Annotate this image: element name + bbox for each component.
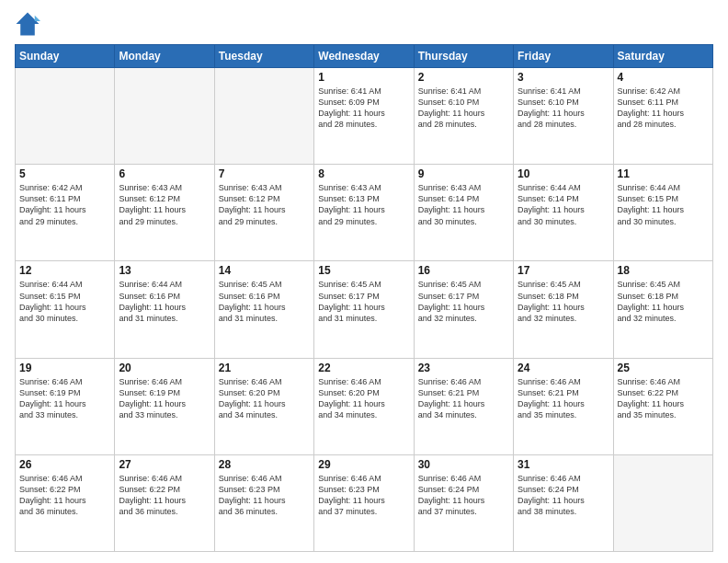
page: SundayMondayTuesdayWednesdayThursdayFrid… <box>0 0 728 563</box>
day-info: Sunrise: 6:42 AM Sunset: 6:11 PM Dayligh… <box>618 86 709 131</box>
svg-marker-1 <box>35 16 40 21</box>
day-number: 25 <box>618 362 709 374</box>
day-info: Sunrise: 6:46 AM Sunset: 6:19 PM Dayligh… <box>19 376 110 421</box>
calendar-day-cell: 9Sunrise: 6:43 AM Sunset: 6:14 PM Daylig… <box>414 165 513 261</box>
day-info: Sunrise: 6:45 AM Sunset: 6:17 PM Dayligh… <box>318 279 409 324</box>
calendar-day-cell: 21Sunrise: 6:46 AM Sunset: 6:20 PM Dayli… <box>214 358 313 454</box>
calendar-day-cell: 6Sunrise: 6:43 AM Sunset: 6:12 PM Daylig… <box>115 165 214 261</box>
day-number: 8 <box>318 167 409 180</box>
day-info: Sunrise: 6:46 AM Sunset: 6:20 PM Dayligh… <box>219 376 310 421</box>
day-number: 22 <box>318 362 409 374</box>
calendar-day-cell <box>613 454 712 551</box>
day-number: 6 <box>119 167 210 180</box>
day-info: Sunrise: 6:44 AM Sunset: 6:15 PM Dayligh… <box>618 182 709 227</box>
day-info: Sunrise: 6:43 AM Sunset: 6:12 PM Dayligh… <box>119 182 210 227</box>
calendar-day-cell: 7Sunrise: 6:43 AM Sunset: 6:12 PM Daylig… <box>214 165 313 261</box>
day-number: 9 <box>418 167 509 180</box>
calendar-day-cell: 10Sunrise: 6:44 AM Sunset: 6:14 PM Dayli… <box>514 165 613 261</box>
day-info: Sunrise: 6:45 AM Sunset: 6:17 PM Dayligh… <box>418 279 509 324</box>
day-number: 21 <box>219 362 310 374</box>
day-number: 17 <box>518 264 609 277</box>
calendar-day-cell: 14Sunrise: 6:45 AM Sunset: 6:16 PM Dayli… <box>214 261 313 358</box>
day-info: Sunrise: 6:42 AM Sunset: 6:11 PM Dayligh… <box>19 182 110 227</box>
calendar-day-cell: 20Sunrise: 6:46 AM Sunset: 6:19 PM Dayli… <box>115 358 214 454</box>
day-info: Sunrise: 6:45 AM Sunset: 6:18 PM Dayligh… <box>518 279 609 324</box>
day-info: Sunrise: 6:46 AM Sunset: 6:19 PM Dayligh… <box>119 376 210 421</box>
day-number: 31 <box>518 458 609 471</box>
calendar-body: 1Sunrise: 6:41 AM Sunset: 6:09 PM Daylig… <box>16 68 713 552</box>
calendar-day-cell: 3Sunrise: 6:41 AM Sunset: 6:10 PM Daylig… <box>514 68 613 165</box>
calendar-day-cell: 2Sunrise: 6:41 AM Sunset: 6:10 PM Daylig… <box>414 68 513 165</box>
day-info: Sunrise: 6:46 AM Sunset: 6:24 PM Dayligh… <box>518 473 609 518</box>
day-info: Sunrise: 6:45 AM Sunset: 6:18 PM Dayligh… <box>618 279 709 324</box>
day-number: 28 <box>219 458 310 471</box>
calendar-week-row: 26Sunrise: 6:46 AM Sunset: 6:22 PM Dayli… <box>16 454 713 551</box>
day-number: 29 <box>318 458 409 471</box>
day-number: 16 <box>418 264 509 277</box>
calendar-day-cell: 4Sunrise: 6:42 AM Sunset: 6:11 PM Daylig… <box>613 68 712 165</box>
day-info: Sunrise: 6:46 AM Sunset: 6:22 PM Dayligh… <box>119 473 210 518</box>
calendar-day-cell <box>115 68 214 165</box>
day-number: 4 <box>618 71 709 84</box>
calendar-day-cell: 23Sunrise: 6:46 AM Sunset: 6:21 PM Dayli… <box>414 358 513 454</box>
day-info: Sunrise: 6:46 AM Sunset: 6:23 PM Dayligh… <box>318 473 409 518</box>
day-number: 13 <box>119 264 210 277</box>
calendar-day-cell: 31Sunrise: 6:46 AM Sunset: 6:24 PM Dayli… <box>514 454 613 551</box>
calendar-day-cell: 8Sunrise: 6:43 AM Sunset: 6:13 PM Daylig… <box>314 165 414 261</box>
day-info: Sunrise: 6:46 AM Sunset: 6:23 PM Dayligh… <box>219 473 310 518</box>
day-number: 5 <box>19 167 110 180</box>
weekday-header-cell: Friday <box>514 45 613 68</box>
calendar-day-cell: 12Sunrise: 6:44 AM Sunset: 6:15 PM Dayli… <box>16 261 115 358</box>
weekday-header-cell: Monday <box>115 45 214 68</box>
calendar-day-cell: 28Sunrise: 6:46 AM Sunset: 6:23 PM Dayli… <box>214 454 313 551</box>
day-info: Sunrise: 6:44 AM Sunset: 6:15 PM Dayligh… <box>19 279 110 324</box>
calendar-week-row: 1Sunrise: 6:41 AM Sunset: 6:09 PM Daylig… <box>16 68 713 165</box>
calendar-day-cell: 18Sunrise: 6:45 AM Sunset: 6:18 PM Dayli… <box>613 261 712 358</box>
day-number: 2 <box>418 71 509 84</box>
calendar-day-cell: 15Sunrise: 6:45 AM Sunset: 6:17 PM Dayli… <box>314 261 414 358</box>
weekday-header-cell: Saturday <box>613 45 712 68</box>
day-info: Sunrise: 6:44 AM Sunset: 6:14 PM Dayligh… <box>518 182 609 227</box>
calendar-day-cell: 22Sunrise: 6:46 AM Sunset: 6:20 PM Dayli… <box>314 358 414 454</box>
weekday-header-cell: Thursday <box>414 45 513 68</box>
calendar-day-cell <box>16 68 115 165</box>
weekday-header-cell: Tuesday <box>214 45 313 68</box>
day-info: Sunrise: 6:41 AM Sunset: 6:10 PM Dayligh… <box>518 86 609 131</box>
day-number: 30 <box>418 458 509 471</box>
calendar-day-cell: 25Sunrise: 6:46 AM Sunset: 6:22 PM Dayli… <box>613 358 712 454</box>
day-info: Sunrise: 6:44 AM Sunset: 6:16 PM Dayligh… <box>119 279 210 324</box>
calendar-day-cell: 11Sunrise: 6:44 AM Sunset: 6:15 PM Dayli… <box>613 165 712 261</box>
logo <box>15 11 44 37</box>
day-info: Sunrise: 6:43 AM Sunset: 6:12 PM Dayligh… <box>219 182 310 227</box>
day-number: 23 <box>418 362 509 374</box>
logo-icon <box>15 11 40 37</box>
day-info: Sunrise: 6:46 AM Sunset: 6:21 PM Dayligh… <box>518 376 609 421</box>
calendar-day-cell: 5Sunrise: 6:42 AM Sunset: 6:11 PM Daylig… <box>16 165 115 261</box>
day-info: Sunrise: 6:46 AM Sunset: 6:20 PM Dayligh… <box>318 376 409 421</box>
calendar-week-row: 12Sunrise: 6:44 AM Sunset: 6:15 PM Dayli… <box>16 261 713 358</box>
day-info: Sunrise: 6:43 AM Sunset: 6:14 PM Dayligh… <box>418 182 509 227</box>
day-info: Sunrise: 6:45 AM Sunset: 6:16 PM Dayligh… <box>219 279 310 324</box>
day-number: 18 <box>618 264 709 277</box>
calendar-week-row: 5Sunrise: 6:42 AM Sunset: 6:11 PM Daylig… <box>16 165 713 261</box>
day-info: Sunrise: 6:41 AM Sunset: 6:09 PM Dayligh… <box>318 86 409 131</box>
day-number: 12 <box>19 264 110 277</box>
calendar-day-cell: 16Sunrise: 6:45 AM Sunset: 6:17 PM Dayli… <box>414 261 513 358</box>
calendar-day-cell: 27Sunrise: 6:46 AM Sunset: 6:22 PM Dayli… <box>115 454 214 551</box>
day-number: 27 <box>119 458 210 471</box>
day-number: 7 <box>219 167 310 180</box>
day-info: Sunrise: 6:43 AM Sunset: 6:13 PM Dayligh… <box>318 182 409 227</box>
day-number: 11 <box>618 167 709 180</box>
day-number: 3 <box>518 71 609 84</box>
header <box>15 11 713 37</box>
calendar-day-cell: 17Sunrise: 6:45 AM Sunset: 6:18 PM Dayli… <box>514 261 613 358</box>
day-info: Sunrise: 6:46 AM Sunset: 6:21 PM Dayligh… <box>418 376 509 421</box>
calendar-day-cell: 30Sunrise: 6:46 AM Sunset: 6:24 PM Dayli… <box>414 454 513 551</box>
svg-marker-0 <box>17 13 40 36</box>
day-number: 26 <box>19 458 110 471</box>
day-number: 24 <box>518 362 609 374</box>
day-info: Sunrise: 6:41 AM Sunset: 6:10 PM Dayligh… <box>418 86 509 131</box>
calendar-day-cell: 24Sunrise: 6:46 AM Sunset: 6:21 PM Dayli… <box>514 358 613 454</box>
day-info: Sunrise: 6:46 AM Sunset: 6:22 PM Dayligh… <box>19 473 110 518</box>
day-number: 15 <box>318 264 409 277</box>
